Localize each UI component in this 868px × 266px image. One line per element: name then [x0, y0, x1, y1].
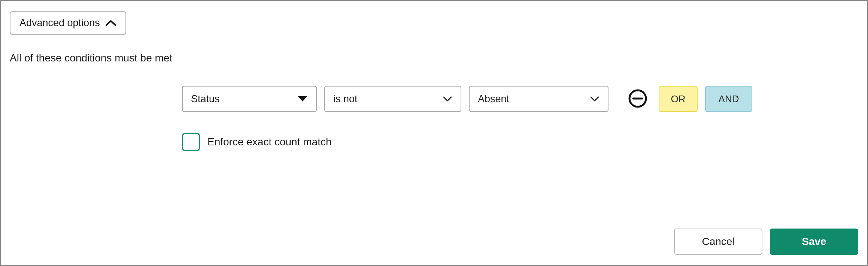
or-button[interactable]: OR — [659, 86, 698, 112]
footer-buttons: Cancel Save — [674, 229, 858, 255]
svg-marker-0 — [298, 96, 307, 102]
condition-value-select[interactable]: Absent — [469, 86, 608, 112]
save-button[interactable]: Save — [770, 229, 858, 255]
and-button[interactable]: AND — [705, 86, 752, 112]
minus-circle-icon — [628, 89, 647, 109]
advanced-options-toggle[interactable]: Advanced options — [10, 11, 126, 35]
chevron-up-icon — [105, 19, 116, 27]
save-label: Save — [802, 236, 826, 248]
caret-down-solid-icon — [297, 96, 308, 102]
conditions-panel: Advanced options All of these conditions… — [0, 0, 868, 266]
condition-field-value: Status — [191, 93, 220, 105]
cancel-label: Cancel — [702, 236, 734, 248]
chevron-down-icon — [590, 96, 600, 102]
condition-value-text: Absent — [478, 93, 509, 105]
cancel-button[interactable]: Cancel — [674, 229, 762, 255]
conditions-heading: All of these conditions must be met — [10, 52, 858, 64]
enforce-checkbox[interactable] — [182, 133, 200, 151]
chevron-down-icon — [443, 96, 452, 102]
condition-operator-value: is not — [333, 93, 358, 105]
enforce-label: Enforce exact count match — [207, 136, 332, 148]
enforce-row: Enforce exact count match — [182, 133, 858, 151]
advanced-options-label: Advanced options — [19, 17, 100, 29]
remove-condition-button[interactable] — [627, 88, 648, 109]
and-label: AND — [719, 93, 739, 105]
condition-field-select[interactable]: Status — [182, 86, 317, 112]
condition-row: Status is not Absent — [182, 86, 858, 112]
or-label: OR — [671, 93, 686, 105]
condition-operator-select[interactable]: is not — [324, 86, 461, 112]
